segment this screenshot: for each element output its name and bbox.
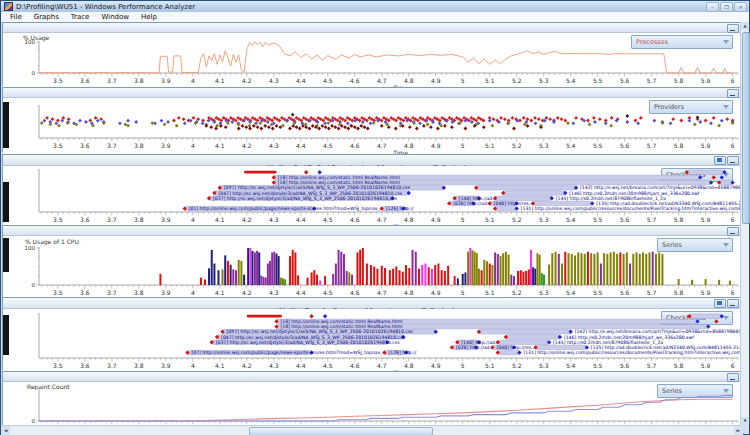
- svg-text:5: 5: [461, 289, 465, 296]
- svg-text:3.8: 3.8: [134, 362, 144, 369]
- wininet-transfer-setups-chart[interactable]: 3.53.63.73.83.944.14.24.34.44.54.64.74.8…: [3, 309, 741, 372]
- svg-text:6: 6: [731, 289, 735, 296]
- panel-header-cpu-usage[interactable]: CPU Usage by Process (Thread Priority >=…: [3, 23, 741, 33]
- svg-text:5.5: 5.5: [593, 289, 603, 296]
- svg-text:4.3: 4.3: [269, 216, 279, 223]
- svg-text:[131] http://online.wsj.com/pu: [131] http://online.wsj.com/public/resou…: [521, 206, 741, 212]
- ie-cpu-breakdown-chart[interactable]: 3.53.63.73.83.944.14.24.34.44.54.64.74.8…: [3, 236, 741, 299]
- svg-text:3.9: 3.9: [161, 216, 171, 223]
- panel-ie-repaint: IE Repaint - DWM(36,81,2500,1600) B(0,0,…: [2, 371, 742, 425]
- panel-minimize-button[interactable]: [727, 24, 739, 33]
- svg-text:5.2: 5.2: [512, 362, 522, 369]
- panel-header-wininet-transfer-setups[interactable]: WinINet Transfer Setups > 10 ms, Images:…: [3, 298, 741, 309]
- svg-text:5.2: 5.2: [512, 142, 522, 149]
- svg-text:[026] http://ad...: [026] http://ad...: [453, 201, 491, 206]
- menu-item-graphs[interactable]: Graphs: [31, 13, 62, 21]
- panel-header-ie-cpu-breakdown[interactable]: IE CPU Breakdown: [3, 226, 741, 236]
- cpu-usage-chart[interactable]: 3.53.63.73.83.944.14.24.34.44.54.64.74.8…: [3, 33, 741, 88]
- generic-events-chart[interactable]: 3.53.63.73.83.944.14.24.34.44.54.64.74.8…: [3, 98, 741, 154]
- menu-item-help[interactable]: Help: [138, 13, 160, 21]
- svg-text:4.3: 4.3: [269, 289, 279, 296]
- svg-text:5.4: 5.4: [566, 142, 576, 149]
- panel-graph-button[interactable]: [714, 299, 726, 308]
- svg-text:4.2: 4.2: [242, 216, 252, 223]
- svg-text:5.4: 5.4: [566, 289, 576, 296]
- svg-text:4.1: 4.1: [215, 142, 225, 149]
- panel-header-wininet-end-to-end[interactable]: WinINet End-To-End Downloads > 10 ms, Im…: [3, 155, 741, 166]
- svg-text:3.7: 3.7: [107, 216, 117, 223]
- scroll-left-arrow-icon[interactable]: ◄: [1, 426, 10, 435]
- panel-header-ie-repaint[interactable]: IE Repaint - DWM(36,81,2500,1600) B(0,0,…: [3, 372, 741, 382]
- svg-text:5.1: 5.1: [485, 142, 495, 149]
- wininet-end-to-end-chart[interactable]: 3.53.63.73.83.944.14.24.34.44.54.64.74.8…: [3, 166, 741, 225]
- panel-minimize-button[interactable]: [727, 89, 739, 98]
- scrollbar-corner: [741, 425, 749, 434]
- panel-header-generic-events[interactable]: Generic Events: [3, 88, 741, 98]
- horizontal-scrollbar[interactable]: ◄ ►: [1, 425, 743, 435]
- panel-body: Repaint CountSeries0: [3, 382, 741, 427]
- svg-text:5.4: 5.4: [566, 216, 576, 223]
- svg-text:3.6: 3.6: [80, 142, 90, 149]
- svg-text:3.5: 3.5: [53, 289, 63, 296]
- scroll-up-arrow-icon[interactable]: ▲: [741, 22, 749, 30]
- app-window: D:\Profiling\WU51 - Windows Performance …: [0, 0, 750, 435]
- panel-body: % UsageProcesses3.53.63.73.83.944.14.24.…: [3, 33, 741, 88]
- svg-text:100: 100: [25, 245, 36, 251]
- panel-minimize-button[interactable]: [727, 299, 739, 308]
- menu-item-file[interactable]: File: [7, 13, 25, 21]
- svg-text:6: 6: [731, 142, 735, 149]
- minimize-button[interactable]: –: [706, 2, 719, 12]
- svg-text:4.9: 4.9: [431, 142, 441, 149]
- scroll-down-arrow-icon[interactable]: ▼: [741, 417, 749, 425]
- svg-text:3.5: 3.5: [53, 216, 63, 223]
- svg-text:5.8: 5.8: [674, 216, 684, 223]
- panel-body: CheckPoints3.53.63.73.83.944.14.24.34.44…: [3, 309, 741, 372]
- svg-text:0: 0: [32, 418, 36, 424]
- window-controls: –❐×: [706, 2, 749, 12]
- svg-text:[01] http://online.wsj.com/pub: [01] http://online.wsj.com/public/page/n…: [189, 206, 408, 212]
- ie-repaint-chart[interactable]: 0: [3, 382, 741, 427]
- svg-text:5.6: 5.6: [620, 142, 630, 149]
- svg-text:4.7: 4.7: [377, 289, 387, 296]
- svg-text:4.4: 4.4: [296, 77, 306, 84]
- panel-ie-cpu-breakdown: IE CPU Breakdown% Usage of 1 CPUSeries3.…: [2, 225, 742, 297]
- panel-minimize-button[interactable]: [727, 156, 739, 165]
- svg-text:3.9: 3.9: [161, 289, 171, 296]
- svg-text:4.5: 4.5: [323, 77, 333, 84]
- svg-text:5.5: 5.5: [593, 362, 603, 369]
- svg-text:5.4: 5.4: [566, 77, 576, 84]
- svg-text:3.7: 3.7: [107, 142, 117, 149]
- svg-text:5.2: 5.2: [512, 77, 522, 84]
- svg-text:[126] http://: [126] http://: [386, 206, 414, 211]
- horizontal-scroll-thumb[interactable]: [249, 427, 433, 435]
- svg-text:4: 4: [191, 216, 195, 223]
- svg-text:5.9: 5.9: [701, 289, 711, 296]
- svg-text:3.8: 3.8: [134, 216, 144, 223]
- menu-item-trace[interactable]: Trace: [68, 13, 93, 21]
- vertical-scroll-thumb[interactable]: [742, 32, 750, 224]
- svg-text:5.3: 5.3: [539, 77, 549, 84]
- close-button[interactable]: ×: [734, 2, 747, 12]
- panel-graph-button[interactable]: [714, 156, 726, 165]
- svg-text:5: 5: [461, 362, 465, 369]
- panel-minimize-button[interactable]: [727, 227, 739, 236]
- vertical-scrollbar[interactable]: ▲ ▼: [740, 22, 749, 425]
- svg-text:5.6: 5.6: [620, 289, 630, 296]
- svg-text:5.3: 5.3: [539, 289, 549, 296]
- svg-text:4.8: 4.8: [404, 142, 414, 149]
- svg-text:4.9: 4.9: [431, 362, 441, 369]
- svg-text:4.3: 4.3: [269, 362, 279, 369]
- panel-minimize-button[interactable]: [727, 373, 739, 382]
- svg-text:4.8: 4.8: [404, 77, 414, 84]
- maximize-button[interactable]: ❐: [720, 2, 733, 12]
- menu-item-window[interactable]: Window: [98, 13, 132, 21]
- svg-text:5.9: 5.9: [701, 77, 711, 84]
- svg-text:4.4: 4.4: [296, 289, 306, 296]
- svg-text:3.7: 3.7: [107, 77, 117, 84]
- svg-text:[037] http://sc.wsj.net/djstyl: [037] http://sc.wsj.net/djstyle/3/ad/NA_…: [213, 196, 397, 202]
- svg-text:3.9: 3.9: [161, 142, 171, 149]
- svg-text:4.3: 4.3: [269, 142, 279, 149]
- svg-text:5.7: 5.7: [647, 142, 657, 149]
- svg-text:4.6: 4.6: [350, 77, 360, 84]
- svg-text:4.2: 4.2: [242, 77, 252, 84]
